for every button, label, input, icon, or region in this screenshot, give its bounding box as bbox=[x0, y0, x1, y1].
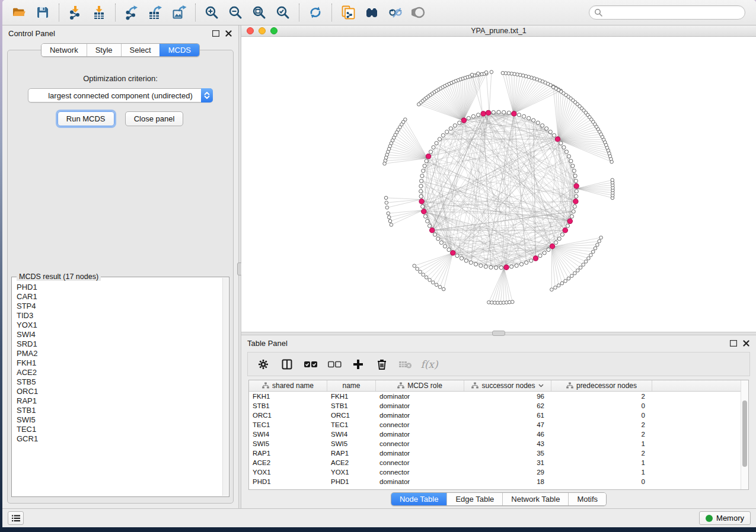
table-row[interactable]: YOX1YOX1connector291 bbox=[249, 467, 748, 477]
export-image-button[interactable] bbox=[167, 2, 191, 23]
optimization-criterion-select[interactable]: largest connected component (undirected) bbox=[28, 88, 213, 102]
table-type-tabs: Node TableEdge TableNetwork TableMotifs bbox=[391, 492, 607, 506]
table-row[interactable]: STB1STB1dominator620 bbox=[249, 401, 748, 411]
table-row[interactable]: TEC1TEC1connector472 bbox=[249, 420, 748, 430]
table-row[interactable]: SWI4SWI4dominator462 bbox=[249, 430, 748, 439]
tab-edge-table[interactable]: Edge Table bbox=[446, 493, 502, 505]
close-panel-button[interactable]: Close panel bbox=[125, 111, 184, 126]
tab-mcds[interactable]: MCDS bbox=[160, 44, 199, 56]
mcds-result-item[interactable]: FKH1 bbox=[17, 358, 222, 368]
table-cell: 29 bbox=[464, 469, 551, 476]
export-table-button[interactable] bbox=[143, 2, 167, 23]
mcds-result-item[interactable]: STP4 bbox=[17, 302, 222, 311]
mcds-result-item[interactable]: YOX1 bbox=[17, 321, 222, 330]
gear-button[interactable] bbox=[253, 355, 274, 374]
hide-details-button[interactable] bbox=[384, 2, 407, 23]
column-header-successor-nodes[interactable]: successor nodes bbox=[464, 380, 551, 391]
mcds-result-item[interactable]: SRD1 bbox=[17, 339, 222, 349]
table-row[interactable]: ORC1ORC1dominator610 bbox=[249, 411, 748, 420]
table-row[interactable]: FKH1FKH1dominator962 bbox=[249, 392, 748, 401]
save-session-button[interactable] bbox=[31, 2, 55, 23]
float-panel-icon[interactable] bbox=[212, 30, 219, 37]
search-field[interactable] bbox=[589, 5, 745, 20]
export-network-button[interactable] bbox=[120, 2, 143, 23]
import-table-button[interactable] bbox=[87, 2, 111, 23]
mcds-result-item[interactable]: GCR1 bbox=[17, 434, 222, 444]
run-mcds-button[interactable]: Run MCDS bbox=[58, 111, 114, 126]
open-file-button[interactable] bbox=[7, 2, 31, 23]
task-history-button[interactable] bbox=[8, 511, 24, 525]
table-cell: 46 bbox=[464, 431, 551, 438]
network-file-button[interactable] bbox=[336, 2, 360, 23]
zoom-in-button[interactable] bbox=[200, 2, 224, 23]
mcds-result-item[interactable]: PHD1 bbox=[17, 283, 222, 292]
column-header-name[interactable]: name bbox=[327, 380, 376, 391]
toolbar-separator bbox=[115, 4, 116, 21]
tab-network-table[interactable]: Network Table bbox=[502, 493, 568, 505]
table-row[interactable]: ACE2ACE2connector311 bbox=[249, 458, 748, 467]
optimization-criterion-value: largest connected component (undirected) bbox=[28, 91, 202, 100]
column-header-MCDS-role[interactable]: MCDS role bbox=[376, 380, 464, 391]
window-controls bbox=[247, 27, 277, 34]
table-row[interactable]: RAP1RAP1dominator352 bbox=[249, 448, 748, 458]
mcds-result-item[interactable]: RAP1 bbox=[17, 396, 222, 406]
eye-button[interactable] bbox=[407, 2, 431, 23]
tab-node-table[interactable]: Node Table bbox=[391, 493, 447, 505]
network-canvas[interactable] bbox=[241, 37, 756, 332]
table-cell: 1 bbox=[551, 459, 652, 466]
network-window-titlebar[interactable]: YPA_prune.txt_1 bbox=[241, 25, 756, 37]
columns-button[interactable] bbox=[276, 355, 298, 374]
mcds-result-item[interactable]: CAR1 bbox=[17, 292, 222, 302]
delete-table-button[interactable] bbox=[395, 355, 416, 374]
function-icon: f(x) bbox=[420, 358, 438, 370]
toolbar-separator bbox=[331, 4, 332, 21]
zoom-out-button[interactable] bbox=[224, 2, 247, 23]
zoom-fit-button[interactable] bbox=[247, 2, 271, 23]
network-graph[interactable] bbox=[241, 37, 756, 331]
network-title: YPA_prune.txt_1 bbox=[471, 27, 527, 35]
table-scrollbar[interactable] bbox=[741, 380, 748, 489]
mcds-result-item[interactable]: SWI5 bbox=[17, 415, 222, 425]
float-panel-icon[interactable] bbox=[729, 339, 737, 347]
refresh-button[interactable] bbox=[304, 2, 327, 23]
search-network-button[interactable] bbox=[360, 2, 384, 23]
delete-button[interactable] bbox=[371, 355, 393, 374]
zoom-selected-button[interactable] bbox=[271, 2, 295, 23]
select-all-button[interactable] bbox=[300, 355, 321, 374]
function-button[interactable]: f(x) bbox=[419, 355, 440, 374]
close-panel-icon[interactable] bbox=[742, 339, 750, 347]
close-panel-icon[interactable] bbox=[225, 30, 232, 37]
memory-button[interactable]: Memory bbox=[699, 511, 751, 525]
table-cell: 18 bbox=[464, 478, 551, 485]
search-input[interactable] bbox=[605, 8, 740, 17]
deselect-all-button[interactable] bbox=[324, 355, 345, 374]
table-row[interactable]: SWI5SWI5connector431 bbox=[249, 439, 748, 448]
table-row[interactable]: PHD1PHD1dominator180 bbox=[249, 477, 748, 486]
mcds-result-item[interactable]: STB5 bbox=[17, 377, 222, 387]
mcds-result-item[interactable]: ORC1 bbox=[17, 387, 222, 396]
panel-splitter-horizontal[interactable] bbox=[241, 332, 756, 335]
table-scrollbar-thumb[interactable] bbox=[742, 400, 747, 467]
mcds-result-item[interactable]: ACE2 bbox=[17, 368, 222, 377]
mcds-result-item[interactable]: TID3 bbox=[17, 311, 222, 321]
tab-network[interactable]: Network bbox=[42, 44, 87, 56]
tab-style[interactable]: Style bbox=[87, 44, 121, 56]
table-cell: SWI4 bbox=[249, 431, 327, 438]
import-network-button[interactable] bbox=[63, 2, 87, 23]
eye-icon bbox=[412, 5, 427, 20]
splitter-grip[interactable] bbox=[492, 331, 505, 336]
column-header-predecessor-nodes[interactable]: predecessor nodes bbox=[551, 380, 652, 391]
mcds-result-item[interactable]: SWI4 bbox=[17, 330, 222, 339]
column-header-shared-name[interactable]: shared name bbox=[249, 380, 327, 391]
mcds-result-item[interactable]: STB1 bbox=[17, 406, 222, 415]
close-window-icon[interactable] bbox=[247, 27, 254, 34]
maximize-window-icon[interactable] bbox=[270, 27, 277, 34]
mcds-list-scrollbar[interactable] bbox=[222, 278, 228, 496]
add-button[interactable] bbox=[347, 355, 369, 374]
tab-select[interactable]: Select bbox=[121, 44, 160, 56]
mcds-result-item[interactable]: PMA2 bbox=[17, 349, 222, 358]
mcds-result-item[interactable]: TEC1 bbox=[17, 425, 222, 434]
column-label: shared name bbox=[272, 382, 314, 390]
minimize-window-icon[interactable] bbox=[259, 27, 266, 34]
tab-motifs[interactable]: Motifs bbox=[568, 493, 606, 505]
